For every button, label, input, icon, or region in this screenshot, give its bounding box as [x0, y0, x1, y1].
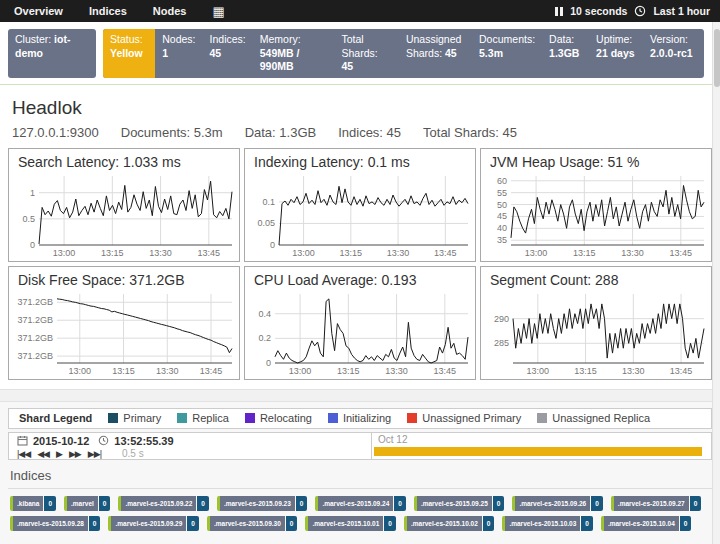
node-header: Headlok 127.0.0.1:9300 Documents: 5.3mDa…	[0, 85, 720, 140]
svg-text:290: 290	[494, 314, 509, 324]
svg-text:13:00: 13:00	[292, 248, 315, 258]
top-navbar: OverviewIndicesNodes ▦ 10 seconds Last 1…	[0, 0, 720, 22]
legend-item-unassigned-primary: Unassigned Primary	[407, 412, 521, 424]
skip-to-end-button[interactable]: ▶▶|	[88, 449, 101, 459]
stat-label: Total Shards:	[342, 33, 378, 59]
skip-to-start-button[interactable]: |◀◀	[17, 449, 30, 459]
node-stat-items: Documents: 5.3mData: 1.3GBIndices: 45Tot…	[121, 125, 517, 140]
index-badge-marvel-es-2015.09.29[interactable]: .marvel-es-2015.09.290	[108, 516, 198, 531]
svg-text:13:45: 13:45	[434, 366, 457, 376]
index-badge-marvel-es-2015.09.25[interactable]: .marvel-es-2015.09.250	[414, 496, 504, 511]
stat-label: Data:	[549, 33, 574, 45]
index-badge-marvel-es-2015.10.01[interactable]: .marvel-es-2015.10.010	[305, 516, 395, 531]
svg-text:13:30: 13:30	[387, 248, 410, 258]
chart-title-disk-free-space: Disk Free Space: 371.2GB	[9, 267, 239, 288]
svg-text:0: 0	[270, 240, 275, 250]
vertical-scrollbar[interactable]	[712, 22, 720, 544]
horizontal-scroll-band[interactable]	[0, 389, 720, 402]
scrubber-time[interactable]: 13:52:55.39	[114, 435, 173, 447]
cluster-stat-memory: Memory: 549MB / 990MB	[253, 29, 335, 78]
step-back-button[interactable]: ◀◀	[37, 449, 49, 459]
playback-controls: |◀◀◀◀▶▶▶▶▶| 0.5 s	[17, 448, 363, 460]
index-badge-marvel-es-2015.09.30[interactable]: .marvel-es-2015.09.300	[207, 516, 297, 531]
chart-disk-free-space: Disk Free Space: 371.2GB371.2GB371.2GB37…	[8, 266, 240, 380]
svg-text:0: 0	[266, 358, 271, 368]
node-address: 127.0.0.1:9300	[12, 125, 99, 140]
legend-label: Primary	[123, 412, 161, 424]
time-range-button[interactable]: Last 1 hour	[653, 5, 710, 17]
apps-grid-icon[interactable]: ▦	[212, 5, 224, 18]
stat-label: Indices:	[210, 33, 246, 45]
index-shard-count: 0	[394, 496, 406, 511]
svg-text:0.1: 0.1	[262, 197, 275, 207]
svg-text:40: 40	[497, 223, 507, 233]
svg-text:0.2: 0.2	[258, 333, 271, 343]
index-shard-count: 0	[483, 516, 495, 531]
svg-text:1: 1	[30, 188, 35, 198]
chart-canvas-cpu-load-average: 00.20.413:0013:1513:3013:45	[245, 288, 475, 378]
svg-text:13:45: 13:45	[670, 366, 693, 376]
svg-text:13:15: 13:15	[574, 366, 597, 376]
index-shard-count: 0	[591, 496, 603, 511]
index-badge-marvel-es-2015.10.04[interactable]: .marvel-es-2015.10.040	[601, 516, 691, 531]
legend-item-primary: Primary	[108, 412, 161, 424]
index-badge-marvel-es-2015.09.27[interactable]: .marvel-es-2015.09.270	[611, 496, 701, 511]
playback-speed[interactable]: 0.5 s	[122, 448, 144, 459]
stat-value: 45	[342, 60, 354, 72]
cluster-label: Cluster:	[15, 33, 51, 45]
svg-text:371.2GB: 371.2GB	[17, 351, 53, 361]
nav-tab-overview[interactable]: Overview	[14, 5, 63, 17]
chart-jvm-heap-usage: JVM Heap Usage: 51 %35404550556013:0013:…	[480, 148, 712, 262]
pause-button[interactable]	[555, 7, 563, 16]
index-badge-kibana[interactable]: .kibana0	[10, 496, 56, 511]
cluster-stats-box: Status: YellowNodes: 1Indices: 45Memory:…	[103, 29, 704, 78]
indices-header: Indices	[8, 460, 712, 489]
play-button[interactable]: ▶	[56, 449, 62, 459]
refresh-interval-button[interactable]: 10 seconds	[570, 5, 627, 17]
svg-text:13:00: 13:00	[525, 248, 548, 258]
index-badge-marvel-es-2015.09.24[interactable]: .marvel-es-2015.09.240	[315, 496, 405, 511]
cluster-name-box: Cluster: iot-demo	[8, 29, 96, 78]
index-badge-marvel-es-2015.09.28[interactable]: .marvel-es-2015.09.280	[10, 516, 100, 531]
index-name: .marvel-es-2015.09.29	[108, 516, 186, 531]
chart-canvas-disk-free-space: 371.2GB371.2GB371.2GB371.2GB13:0013:1513…	[9, 288, 239, 378]
scrubber-date[interactable]: 2015-10-12	[33, 435, 89, 447]
index-badge-marvel-es-2015.10.03[interactable]: .marvel-es-2015.10.030	[502, 516, 592, 531]
shard-legend-items: PrimaryReplicaRelocatingInitializingUnas…	[108, 412, 650, 424]
svg-text:35: 35	[497, 235, 507, 245]
nav-tab-nodes[interactable]: Nodes	[153, 5, 187, 17]
legend-label: Unassigned Primary	[422, 412, 521, 424]
cluster-stat-unassigned-shards: Unassigned Shards: 45	[399, 29, 472, 78]
index-badges: .kibana0.marvel0.marvel-es-2015.09.220.m…	[8, 489, 712, 531]
chart-title-jvm-heap-usage: JVM Heap Usage: 51 %	[481, 149, 711, 170]
svg-text:0.4: 0.4	[258, 309, 271, 319]
step-forward-button[interactable]: ▶▶	[69, 449, 81, 459]
scrollbar-thumb[interactable]	[714, 29, 720, 87]
nav-tab-indices[interactable]: Indices	[89, 5, 127, 17]
index-badge-marvel-es-2015.09.26[interactable]: .marvel-es-2015.09.260	[512, 496, 602, 511]
svg-text:0.5: 0.5	[22, 214, 35, 224]
index-shard-count: 0	[680, 516, 692, 531]
index-name: .marvel-es-2015.10.01	[305, 516, 383, 531]
node-stat-data: Data: 1.3GB	[245, 125, 317, 140]
index-shard-count: 0	[197, 496, 209, 511]
index-badge-marvel-es-2015.09.22[interactable]: .marvel-es-2015.09.220	[118, 496, 208, 511]
index-shard-count: 0	[581, 516, 593, 531]
index-name: .marvel-es-2015.09.27	[611, 496, 689, 511]
svg-text:55: 55	[497, 188, 507, 198]
legend-label: Unassigned Replica	[552, 412, 650, 424]
cluster-stat-total-shards: Total Shards: 45	[335, 29, 399, 78]
chart-title-search-latency: Search Latency: 1.033 ms	[9, 149, 239, 170]
chart-canvas-search-latency: 00.5113:0013:1513:3013:45	[9, 170, 239, 260]
svg-text:285: 285	[494, 338, 509, 348]
svg-text:371.2GB: 371.2GB	[17, 315, 53, 325]
shard-legend-title: Shard Legend	[19, 412, 92, 424]
index-badge-marvel-es-2015.10.02[interactable]: .marvel-es-2015.10.020	[404, 516, 494, 531]
chart-segment-count: Segment Count: 28828529013:0013:1513:301…	[480, 266, 712, 380]
svg-text:13:15: 13:15	[112, 366, 135, 376]
stat-value: 5.3m	[479, 47, 503, 59]
index-badge-marvel[interactable]: .marvel0	[64, 496, 110, 511]
cluster-stat-data: Data: 1.3GB	[542, 29, 589, 78]
index-badge-marvel-es-2015.09.23[interactable]: .marvel-es-2015.09.230	[217, 496, 307, 511]
timeline-bar[interactable]	[374, 447, 702, 456]
